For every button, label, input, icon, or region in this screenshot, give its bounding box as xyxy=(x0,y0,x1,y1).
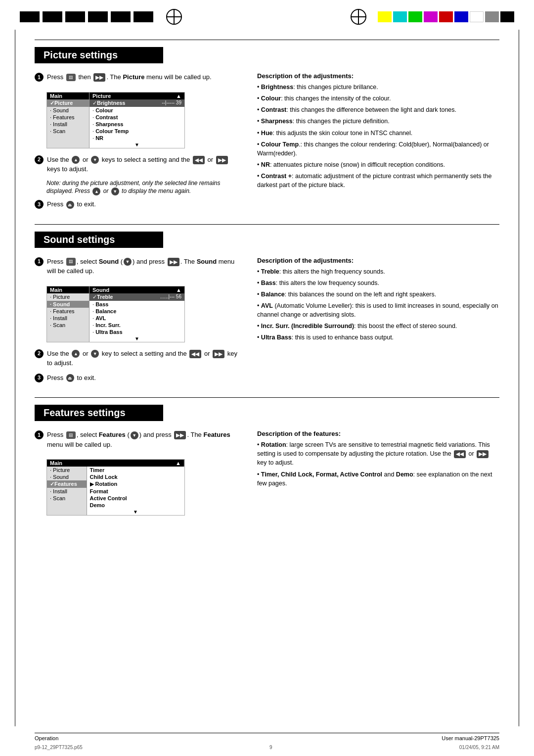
features-left-sound: · Sound xyxy=(47,473,87,480)
black-bar xyxy=(88,11,108,22)
picture-menu-screenshot: Main Picture ▲ ✓Picture ✓Brightness --|-… xyxy=(46,92,185,148)
sound-description-col: Description of the adjustments: Treble: … xyxy=(257,257,499,388)
up-note-icon: ▲ xyxy=(92,188,100,195)
picture-step-2-note: Note: during the picture adjustment, onl… xyxy=(46,179,242,196)
features-left-install: · Install xyxy=(47,488,87,495)
sound-settings-columns: 1 Press ▤, select Sound (▼) and press ▶▶… xyxy=(35,257,499,388)
menu-right-arrow-down: ▼ xyxy=(89,142,184,148)
white-bar xyxy=(470,11,484,22)
sound-step-circle-1: 1 xyxy=(35,257,44,266)
sound-step-circle-2: 2 xyxy=(35,349,44,358)
features-right-childlock: Child Lock xyxy=(87,473,184,480)
desc-contrast-plus: Contrast +: automatic adjustment of the … xyxy=(257,172,499,189)
menu-left-features: · Features xyxy=(47,114,89,121)
features-right-arrow: ▼ xyxy=(87,509,184,515)
desc-hue: Hue: this adjusts the skin colour tone i… xyxy=(257,129,499,138)
features-right-format: Format xyxy=(87,488,184,495)
exit-btn-icon: ⏏ xyxy=(66,201,74,209)
picture-step-3: 3 Press ⏏ to exit. xyxy=(35,199,242,209)
blue-bar xyxy=(454,11,468,22)
sound-select-btn: ▼ xyxy=(124,258,132,266)
picture-step-2-text: Use the ▲ or ▼ keys to select a setting … xyxy=(47,155,242,174)
desc-brightness: Brightness: this changes picture brillan… xyxy=(257,83,499,92)
features-step-circle-1: 1 xyxy=(35,430,44,439)
desc-timer-etc: Timer, Child Lock, Format, Active Contro… xyxy=(257,470,499,488)
crosshair-mark xyxy=(166,9,182,25)
menu-main-title: Main xyxy=(47,93,89,99)
magenta-bar xyxy=(424,11,438,22)
sound-right-treble: ✓Treble ......|--- 56 xyxy=(89,293,184,301)
top-bar-area xyxy=(0,0,534,25)
sound-right-bass: · Bass xyxy=(89,301,184,308)
print-info-right: 01/24/05, 9:21 AM xyxy=(459,745,499,750)
sound-left-btn: ◀◀ xyxy=(189,350,201,358)
menu-right-brightness: ✓Brightness --|----- 39 xyxy=(89,99,184,107)
footer-right: User manual-29PT7325 xyxy=(442,735,499,741)
sound-step-1: 1 Press ▤, select Sound (▼) and press ▶▶… xyxy=(35,257,242,276)
black-bars xyxy=(20,9,192,25)
sound-right-ultrabass: · Ultra Bass xyxy=(89,329,184,335)
main-content: Picture settings 1 Press ▤ then ▶▶. The … xyxy=(0,30,534,562)
sound-menu-screenshot: Main Sound ▲ · Picture ✓Treble ......|--… xyxy=(46,286,185,342)
features-step-1-text: Press ▤, select Features (▼) and press ▶… xyxy=(47,430,242,449)
green-bar xyxy=(408,11,422,22)
desc-avl: AVL (Automatic Volume Leveller): this is… xyxy=(257,301,499,319)
sound-settings-heading: Sound settings xyxy=(35,232,163,248)
menu-picture-title: Picture ▲ xyxy=(89,93,184,99)
right-btn-icon: ▶▶ xyxy=(93,73,105,82)
print-info: p9-12_29PT7325.p65 9 01/24/05, 9:21 AM xyxy=(35,745,499,750)
down-note-icon: ▼ xyxy=(111,188,119,195)
sound-right-btn: ▶▶ xyxy=(168,258,179,266)
sound-menu-sound-title: Sound ▲ xyxy=(89,286,184,293)
features-desc-title: Description of the features: xyxy=(257,430,499,437)
sound-right-balance: · Balance xyxy=(89,308,184,315)
menu-right-colourtemp: · Colour Temp xyxy=(89,128,184,135)
black-bar xyxy=(20,11,40,22)
left-btn-icon: ◀◀ xyxy=(193,156,205,164)
sound-left-arrow xyxy=(47,335,89,342)
picture-step-1-text: Press ▤ then ▶▶. The Picture menu will b… xyxy=(47,72,242,82)
sound-step-circle-3: 3 xyxy=(35,374,44,382)
rotation-right-btn: ▶▶ xyxy=(477,450,489,459)
sound-left-picture: · Picture xyxy=(47,293,89,301)
sound-left-scan: · Scan xyxy=(47,322,89,329)
features-settings-columns: 1 Press ▤, select Features (▼) and press… xyxy=(35,430,499,522)
red-bar xyxy=(439,11,453,22)
features-left-picture: · Picture xyxy=(47,467,87,473)
sound-desc-title: Description of the adjustments: xyxy=(257,257,499,264)
menu-left-empty xyxy=(47,135,89,142)
sound-settings-section: Sound settings 1 Press ▤, select Sound (… xyxy=(35,224,499,388)
features-menu-main-title: Main ▲ xyxy=(47,460,184,467)
sound-up-btn: ▲ xyxy=(72,350,80,358)
sound-left-install: · Install xyxy=(47,315,89,322)
desc-ultra-bass: Ultra Bass: this is used to enhance bass… xyxy=(257,333,499,342)
sound-left-sound: · Sound xyxy=(47,301,89,308)
desc-rotation: Rotation: large screen TVs are sensitive… xyxy=(257,440,499,467)
sound-right-avl: · AVL xyxy=(89,315,184,322)
features-description-col: Description of the features: Rotation: l… xyxy=(257,430,499,522)
black-bar xyxy=(65,11,85,22)
desc-colour: Colour: this changes the intensity of th… xyxy=(257,94,499,103)
sound-left-features: · Features xyxy=(47,308,89,315)
desc-colourtemp: Colour Temp.: this changes the colour re… xyxy=(257,140,499,158)
cyan-bar xyxy=(393,11,407,22)
features-right-btn: ▶▶ xyxy=(174,431,186,439)
color-bars xyxy=(341,9,514,25)
menu-right-sharpness: · Sharpness xyxy=(89,121,184,128)
features-settings-heading: Features settings xyxy=(35,405,163,421)
picture-settings-section: Picture settings 1 Press ▤ then ▶▶. The … xyxy=(35,40,499,214)
right-btn-icon2: ▶▶ xyxy=(216,156,228,164)
step-circle-2: 2 xyxy=(35,155,44,164)
picture-description-col: Description of the adjustments: Brightne… xyxy=(257,72,499,214)
black-bar xyxy=(43,11,62,22)
sound-exit-btn: ⏏ xyxy=(66,374,74,382)
crosshair-mark-right xyxy=(351,9,366,25)
menu-right-contrast: · Contrast xyxy=(89,114,184,121)
down-btn-icon: ▼ xyxy=(91,156,99,164)
sound-right-incr: · Incr. Surr. xyxy=(89,322,184,329)
menu-left-sound: · Sound xyxy=(47,107,89,114)
black-bar xyxy=(111,11,131,22)
picture-step-1: 1 Press ▤ then ▶▶. The Picture menu will… xyxy=(35,72,242,82)
yellow-bar xyxy=(378,11,392,22)
features-right-rotation: ▶ Rotation xyxy=(87,480,184,488)
